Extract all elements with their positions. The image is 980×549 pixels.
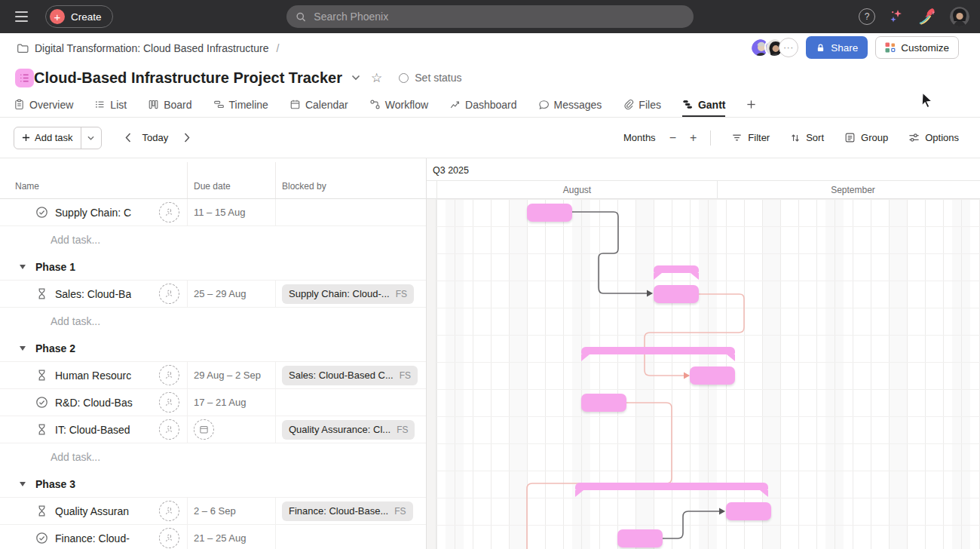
share-button[interactable]: Share <box>806 36 868 59</box>
assignee-placeholder[interactable] <box>159 528 179 548</box>
hamburger-menu-icon[interactable] <box>12 8 30 26</box>
add-task-inline[interactable]: Add task... <box>51 451 100 463</box>
phase-2-summary-bar[interactable] <box>581 347 735 354</box>
blocked-by-chip[interactable]: Quality Assurance: Cl...FS <box>282 420 415 440</box>
customize-button[interactable]: Customize <box>875 36 959 59</box>
add-tab-button[interactable] <box>746 92 756 117</box>
phase-3-summary-bar[interactable] <box>575 483 768 490</box>
assignee-placeholder[interactable] <box>159 419 179 440</box>
add-task-main[interactable]: Add task <box>14 127 81 149</box>
blocked-by-chip[interactable]: Supply Chain: Cloud-...FS <box>282 284 414 304</box>
next-period-button[interactable] <box>179 130 195 146</box>
blocked-by-cell[interactable] <box>275 389 426 416</box>
collapse-caret-icon[interactable] <box>20 265 26 269</box>
prev-period-button[interactable] <box>120 130 136 146</box>
ai-sparkles-icon[interactable] <box>888 8 905 25</box>
zoom-in-button[interactable]: + <box>690 132 697 144</box>
tab-overview[interactable]: Overview <box>14 92 73 117</box>
task-pending-icon[interactable] <box>35 287 48 300</box>
assignee-placeholder[interactable] <box>159 365 179 385</box>
task-name[interactable]: Sales: Cloud-Ba <box>55 288 131 300</box>
tab-messages[interactable]: Messages <box>538 92 602 117</box>
assignee-placeholder[interactable] <box>159 202 179 222</box>
rd-bar[interactable] <box>581 394 626 412</box>
sort-button[interactable]: Sort <box>790 132 824 143</box>
breadcrumb[interactable]: Digital Transformation: Cloud Based Infr… <box>17 42 279 54</box>
project-list-icon[interactable] <box>15 69 34 87</box>
task-name[interactable]: Human Resourc <box>55 370 131 382</box>
task-name[interactable]: IT: Cloud-Based <box>55 424 130 436</box>
member-avatars[interactable]: ··· <box>750 38 798 57</box>
blocked-by-chip[interactable]: Finance: Cloud-Base...FS <box>282 501 413 521</box>
create-button[interactable]: + Create <box>45 5 113 28</box>
zoom-out-button[interactable]: − <box>669 132 676 144</box>
task-pending-icon[interactable] <box>35 423 48 436</box>
section-label[interactable]: Phase 2 <box>35 342 75 354</box>
assignee-placeholder[interactable] <box>159 284 179 304</box>
assignee-placeholder[interactable] <box>159 392 179 413</box>
due-date-cell[interactable]: 11 – 15 Aug <box>187 199 275 225</box>
task-name[interactable]: R&D: Cloud-Bas <box>55 397 133 409</box>
blocked-by-chip[interactable]: Sales: Cloud-Based C...FS <box>282 366 418 385</box>
favorite-star-icon[interactable]: ☆ <box>371 72 382 84</box>
task-complete-icon[interactable] <box>35 532 48 544</box>
group-button[interactable]: Group <box>844 132 888 143</box>
collapse-caret-icon[interactable] <box>20 346 26 351</box>
search-input[interactable] <box>312 10 684 23</box>
tab-timeline[interactable]: Timeline <box>213 92 268 117</box>
more-members-button[interactable]: ··· <box>779 38 798 57</box>
help-icon[interactable]: ? <box>859 8 875 25</box>
blocked-by-cell[interactable]: Supply Chain: Cloud-...FS <box>275 281 426 307</box>
phase-1-summary-bar[interactable] <box>654 265 699 273</box>
add-task-inline[interactable]: Add task... <box>51 315 100 327</box>
supply-chain-bar[interactable] <box>527 204 572 222</box>
set-status-button[interactable]: Set status <box>399 72 461 84</box>
blocked-by-cell[interactable]: Sales: Cloud-Based C...FS <box>275 362 426 388</box>
today-button[interactable]: Today <box>142 132 169 143</box>
collapse-caret-icon[interactable] <box>20 482 26 486</box>
phoenix-logo-icon[interactable] <box>917 7 937 26</box>
section-label[interactable]: Phase 1 <box>35 261 75 273</box>
task-name[interactable]: Finance: Cloud- <box>55 532 130 544</box>
assignee-placeholder[interactable] <box>159 501 179 521</box>
tab-list[interactable]: List <box>94 92 127 117</box>
tab-files[interactable]: Files <box>623 92 661 117</box>
task-complete-icon[interactable] <box>35 396 48 409</box>
task-name[interactable]: Quality Assuran <box>55 505 129 517</box>
set-due-date-button[interactable] <box>194 419 214 440</box>
blocked-by-cell[interactable]: Finance: Cloud-Base...FS <box>275 498 426 524</box>
add-task-dropdown-button[interactable] <box>81 127 101 149</box>
due-date-cell[interactable]: 21 – 25 Aug <box>187 525 275 549</box>
task-pending-icon[interactable] <box>35 505 48 517</box>
tab-calendar[interactable]: Calendar <box>289 92 348 117</box>
sales-bar[interactable] <box>654 285 699 303</box>
user-avatar[interactable] <box>950 7 969 26</box>
add-task-inline[interactable]: Add task... <box>51 234 100 246</box>
column-header-blocked-by[interactable]: Blocked by <box>275 162 426 198</box>
due-date-cell[interactable]: 29 Aug – 2 Sep <box>187 362 275 388</box>
task-complete-icon[interactable] <box>35 206 48 219</box>
blocked-by-cell[interactable]: Quality Assurance: Cl...FS <box>275 416 426 443</box>
section-label[interactable]: Phase 3 <box>35 478 75 490</box>
due-date-cell[interactable] <box>187 416 275 443</box>
search-bar[interactable] <box>286 5 694 28</box>
column-header-due-date[interactable]: Due date <box>187 162 275 198</box>
title-chevron-down-icon[interactable] <box>351 75 360 81</box>
tab-gantt[interactable]: Gantt <box>682 92 726 117</box>
finance-bar[interactable] <box>617 529 663 547</box>
human-resources-bar[interactable] <box>690 367 735 385</box>
options-button[interactable]: Options <box>908 132 959 143</box>
due-date-cell[interactable]: 25 – 29 Aug <box>187 281 275 307</box>
quality-assurance-bar[interactable] <box>726 502 771 520</box>
task-pending-icon[interactable] <box>35 369 48 382</box>
zoom-level-select[interactable]: Months <box>623 132 656 143</box>
add-task-button[interactable]: Add task <box>14 127 102 149</box>
blocked-by-cell[interactable] <box>275 199 426 225</box>
column-header-name[interactable]: Name <box>0 181 187 198</box>
tab-workflow[interactable]: Workflow <box>369 92 428 117</box>
filter-button[interactable]: Filter <box>731 132 770 143</box>
tab-board[interactable]: Board <box>148 92 191 117</box>
task-name[interactable]: Supply Chain: C <box>55 207 131 219</box>
tab-dashboard[interactable]: Dashboard <box>449 92 517 117</box>
due-date-cell[interactable]: 2 – 6 Sep <box>187 498 275 524</box>
